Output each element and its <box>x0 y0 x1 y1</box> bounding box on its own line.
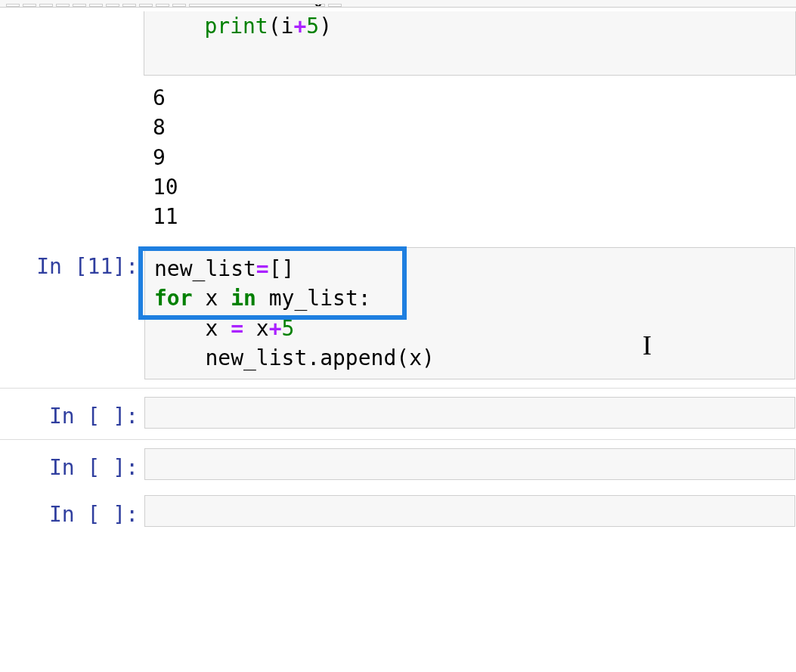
code-cell: In [ ]: <box>0 444 796 487</box>
toolbar-cut-button[interactable] <box>39 4 53 7</box>
cell-divider <box>0 439 796 440</box>
code-cell: In [ ]: <box>0 491 796 534</box>
code-editor[interactable] <box>144 397 795 429</box>
toolbar-move-down-button[interactable] <box>106 4 119 7</box>
partial-code-cell-top[interactable]: print(i+5) <box>144 11 796 76</box>
toolbar-move-up-button[interactable] <box>89 4 103 7</box>
toolbar-restart-run-button[interactable] <box>172 4 186 7</box>
toolbar-paste-button[interactable] <box>73 4 86 7</box>
code-cell: In [ ]: <box>0 392 796 435</box>
code-cell: In [11]: new_list=[] for x in my_list: x… <box>0 243 796 384</box>
input-prompt: In [ ]: <box>1 397 144 431</box>
cell-divider <box>0 388 796 389</box>
code-editor[interactable] <box>144 495 795 527</box>
toolbar-run-button[interactable] <box>122 4 136 7</box>
cell-type-selector[interactable] <box>189 4 325 7</box>
jupyter-toolbar <box>0 0 796 8</box>
toolbar-copy-button[interactable] <box>56 4 70 7</box>
toolbar-restart-button[interactable] <box>156 4 169 7</box>
toolbar-add-cell-button[interactable] <box>23 4 36 7</box>
toolbar-save-button[interactable] <box>6 4 20 7</box>
toolbar-interrupt-button[interactable] <box>139 4 153 7</box>
input-prompt: In [ ]: <box>1 448 144 482</box>
input-prompt: In [11]: <box>1 247 144 379</box>
cell-output: 6 8 9 10 11 <box>144 76 796 239</box>
toolbar-command-palette-button[interactable] <box>328 4 342 7</box>
notebook-container: print(i+5) 6 8 9 10 11 In [11]: new_list… <box>0 8 796 534</box>
code-editor[interactable] <box>144 448 795 480</box>
input-prompt: In [ ]: <box>1 495 144 529</box>
code-editor[interactable]: new_list=[] for x in my_list: x = x+5 ne… <box>144 247 795 379</box>
